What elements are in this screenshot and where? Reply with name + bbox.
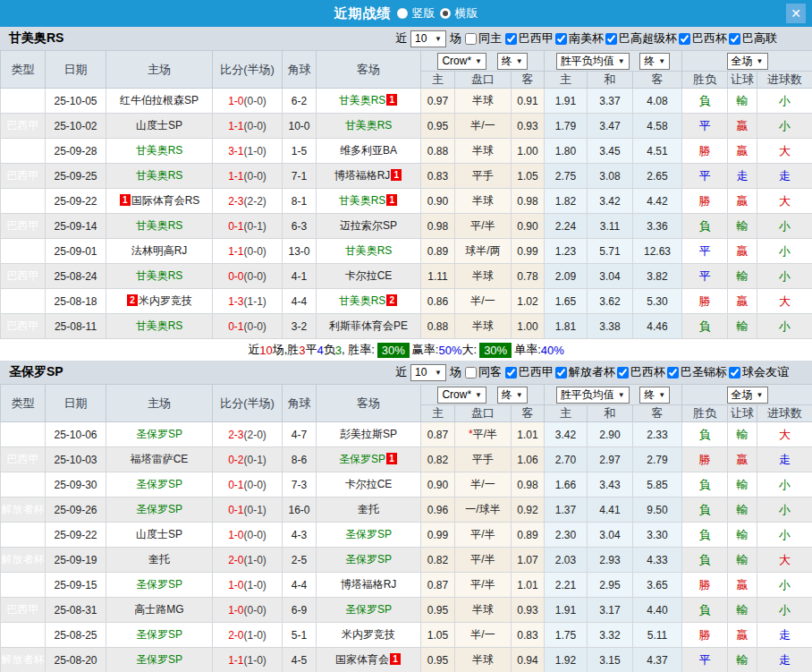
league-checkbox-input[interactable] [605,33,617,45]
fulltime-score: 2-0 [228,554,243,566]
home-team: 甘美奥RS [106,139,213,164]
league-checkbox-input[interactable] [729,367,740,379]
home-team: 甘美奥RS [106,264,213,289]
handicap-home-odds: 0.87 [421,422,455,447]
league-filter-checkbox[interactable]: 解放者杯 [555,364,615,380]
fulltime-score: 1-0 [228,579,243,591]
col-date: 日期 [46,51,106,89]
league-filter-checkbox[interactable]: 巴高联 [729,30,777,47]
bookmaker-select[interactable]: Crow*▼ [437,387,486,404]
team-name: 彭美拉斯SP [340,428,397,440]
games-count-select[interactable]: 10▼ [410,30,446,47]
league-checkbox-input[interactable] [555,367,567,379]
league-checkbox-input[interactable] [505,367,517,379]
handicap-time-select[interactable]: 终▼ [497,387,528,404]
league-filter-checkbox[interactable]: 巴西甲 [505,30,554,47]
league-type-cell: 巴西甲 [1,472,46,498]
match-row: 巴西甲25-10-06圣保罗SP2-3(2-0)4-7彭美拉斯SP0.87*平/… [1,422,812,447]
team-name: 圣保罗SP [339,453,385,465]
team-name: 福塔雷萨CE [131,453,189,465]
league-filter-label: 巴圣锦标 [681,364,727,380]
league-checkbox-input[interactable] [505,33,517,45]
halftime-score: (1-0) [244,579,266,591]
league-filter-checkbox[interactable]: 巴西杯 [617,364,665,380]
scope-select[interactable]: 全场▼ [727,387,768,404]
result-goals: 小 [757,598,812,623]
odds-avg-select[interactable]: 胜平负均值▼ [556,53,630,70]
col-type: 类型 [1,51,46,89]
league-filters: 巴西甲解放者杯巴西杯巴圣锦标球会友谊 [505,364,789,380]
match-date: 25-08-11 [46,314,106,339]
league-filter-checkbox[interactable]: 巴西甲 [505,364,554,380]
close-button[interactable]: ✕ [786,4,806,23]
team-name: 圣保罗SP [136,653,182,666]
result-goals: 小 [757,89,812,114]
handicap-group-header: Crow*▼ 终▼ [421,385,545,405]
fulltime-score: 1-3 [228,295,243,308]
corner-score: 16-0 [283,498,317,523]
same-home-checkbox[interactable]: 同主 [465,30,502,47]
same-home-checkbox-input[interactable] [465,33,477,45]
dropdown-arrow-icon: ▼ [516,391,523,399]
win-odds: 1.23 [545,239,588,264]
handicap-away-odds: 0.92 [512,498,545,523]
league-type-cell: 巴西甲 [1,89,46,114]
odds-avg-select[interactable]: 胜平负均值▼ [556,387,630,404]
handicap-line: *平/半 [455,422,512,447]
result-handicap: 輸 [728,89,757,114]
match-row: 巴西甲25-09-28甘美奥RS3-1(1-0)1-5维多利亚BA0.88半球1… [1,139,812,164]
fulltime-score: 1-0 [228,604,243,617]
away-team: 博塔福格RJ1 [317,164,421,189]
handicap-away-odds: 1.07 [512,548,545,573]
halftime-score: (0-0) [244,270,266,283]
bookmaker-select[interactable]: Crow*▼ [437,53,486,70]
match-row: 巴西甲25-08-182米内罗竞技1-3(1-1)4-4甘美奥RS20.86半/… [1,289,812,314]
handicap-home-odds: 0.82 [421,548,455,573]
same-away-checkbox[interactable]: 同客 [465,364,502,380]
vertical-layout-radio[interactable] [397,8,408,19]
summary-segment: 3 [335,344,342,357]
league-checkbox-input[interactable] [729,33,740,45]
handicap-time-select[interactable]: 终▼ [497,53,528,70]
match-score: 2-0(1-0) [213,548,283,573]
result-winlose: 負 [682,523,728,548]
col-handicap-home: 主 [421,72,455,89]
match-score: 1-0(0-0) [213,523,283,548]
league-filter-checkbox[interactable]: 巴圣锦标 [667,364,727,380]
win-odds: 2.09 [545,264,588,289]
match-row: 解放者杯25-08-20圣保罗SP1-1(1-0)4-5国家体育会10.95半球… [1,648,812,672]
scope-select[interactable]: 全场▼ [727,53,768,70]
scope-value: 全场 [732,387,753,403]
summary-segment: , 胜率: [342,342,375,358]
team-name: 甘美奥RS [339,294,386,307]
league-checkbox-input[interactable] [617,367,629,379]
win-odds: 1.66 [545,472,588,498]
league-checkbox-input[interactable] [679,33,690,45]
halftime-score: (1-0) [244,629,266,642]
result-winlose: 負 [682,548,728,573]
handicap-away-odds: 1.02 [512,289,545,314]
result-winlose: 負 [682,472,728,498]
lose-odds: 2.33 [633,422,682,447]
fulltime-score: 3-1 [228,145,243,157]
result-handicap: 輸 [728,548,757,573]
same-away-checkbox-input[interactable] [465,367,477,379]
league-checkbox-input[interactable] [667,367,679,379]
league-filter-checkbox[interactable]: 巴西杯 [679,30,727,47]
league-filter-checkbox[interactable]: 球会友谊 [729,364,789,380]
win-odds: 2.03 [545,548,588,573]
games-count-select[interactable]: 10▼ [410,364,446,381]
home-team: 法林明高RJ [106,239,213,264]
summary-segment: 场,胜 [273,342,300,358]
league-filter-checkbox[interactable]: 巴高超级杯 [605,30,677,47]
handicap-home-odds: 0.88 [421,139,455,164]
filter-bar: 近 10▼ 场 同主 巴西甲南美杯巴高超级杯巴西杯巴高联 [395,30,777,47]
fulltime-score: 1-0 [228,529,243,541]
odds-time-select[interactable]: 终▼ [639,53,670,70]
lose-odds: 4.37 [633,648,682,672]
league-filter-checkbox[interactable]: 南美杯 [555,30,604,47]
odds-time-select[interactable]: 终▼ [639,387,670,404]
halftime-score: (0-1) [244,454,266,466]
league-checkbox-input[interactable] [555,33,567,45]
horizontal-layout-radio[interactable] [440,8,451,19]
